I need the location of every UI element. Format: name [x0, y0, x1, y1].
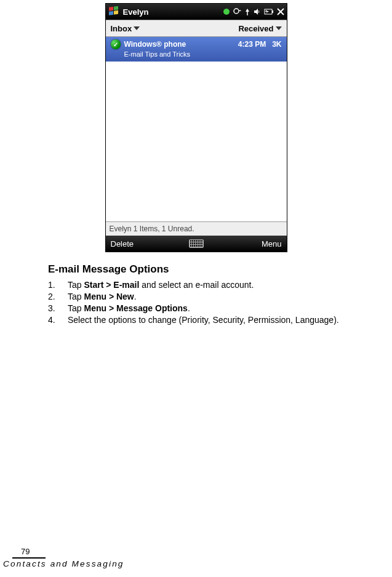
message-subject: E-mail Tips and Tricks [111, 49, 282, 58]
unread-mail-icon: ✓ [111, 39, 121, 49]
step-text: Select the options to change (Priority, … [68, 314, 339, 326]
step-number: 2. [48, 291, 68, 303]
svg-rect-2 [109, 11, 113, 15]
step-number: 1. [48, 279, 68, 291]
step-list: 1. Tap Start > E-mail and select an e-ma… [48, 279, 392, 326]
status-title: Evelyn [123, 7, 223, 17]
chapter-title: Contacts and Messaging [0, 559, 392, 568]
list-item: 4. Select the options to change (Priorit… [48, 314, 392, 326]
softkey-keyboard[interactable] [167, 239, 225, 248]
svg-rect-8 [272, 10, 273, 13]
footer-status: Evelyn 1 Items, 1 Unread. [106, 221, 287, 236]
sync-icon [233, 7, 241, 16]
keyboard-icon [189, 239, 204, 248]
message-time: 4:23 PM [238, 40, 266, 49]
close-icon[interactable] [277, 8, 284, 15]
page-number-rule [12, 557, 46, 559]
status-tray [223, 7, 284, 16]
page-footer: 79 Contacts and Messaging [0, 547, 392, 568]
list-header: Inbox Received [106, 20, 287, 37]
list-item: 3. Tap Menu > Message Options. [48, 303, 392, 314]
page-number: 79 [0, 547, 392, 556]
signal-icon [244, 8, 250, 15]
folder-selector[interactable]: Inbox [111, 24, 140, 33]
presence-icon [223, 9, 230, 15]
message-list-item[interactable]: ✓ Windows® phone 4:23 PM 3K E-mail Tips … [106, 37, 287, 62]
sort-selector[interactable]: Received [238, 24, 281, 33]
windows-start-icon[interactable] [108, 6, 119, 17]
svg-rect-1 [114, 6, 118, 10]
softkey-menu[interactable]: Menu [225, 239, 282, 249]
svg-point-5 [234, 9, 239, 14]
folder-label: Inbox [111, 24, 132, 33]
message-size: 3K [272, 40, 281, 49]
list-item: 2. Tap Menu > New. [48, 291, 392, 303]
sort-label: Received [238, 24, 273, 33]
step-number: 4. [48, 314, 68, 326]
phone-mockup: Evelyn Inbox Received ✓ Windows® phone 4… [105, 3, 287, 252]
svg-point-4 [223, 9, 230, 15]
step-text: Tap Menu > New. [68, 291, 137, 303]
soft-key-bar: Delete Menu [106, 236, 287, 252]
svg-rect-0 [109, 7, 113, 11]
step-number: 3. [48, 303, 68, 314]
dropdown-icon [134, 26, 140, 30]
message-list-empty-area [106, 62, 287, 221]
softkey-delete[interactable]: Delete [111, 239, 168, 249]
message-sender: Windows® phone [124, 40, 238, 49]
section-heading: E-mail Message Options [48, 263, 392, 276]
speaker-icon [254, 8, 261, 15]
svg-rect-3 [114, 10, 118, 15]
battery-icon [264, 9, 274, 15]
document-body: E-mail Message Options 1. Tap Start > E-… [0, 252, 392, 326]
list-item: 1. Tap Start > E-mail and select an e-ma… [48, 279, 392, 291]
status-bar: Evelyn [106, 4, 287, 20]
step-text: Tap Menu > Message Options. [68, 303, 190, 314]
step-text: Tap Start > E-mail and select an e-mail … [68, 279, 254, 291]
dropdown-icon [276, 26, 282, 30]
